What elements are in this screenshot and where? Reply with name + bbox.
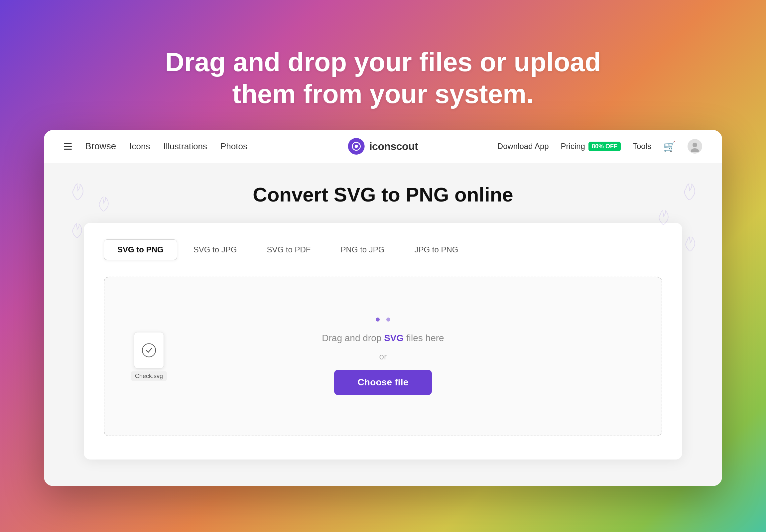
- or-separator: or: [379, 351, 387, 362]
- drag-drop-text: Drag and drop SVG files here: [322, 333, 444, 343]
- page-title: Convert SVG to PNG online: [64, 183, 702, 206]
- logo[interactable]: iconscout: [348, 138, 418, 155]
- browser-window: Browse Icons Illustrations Photos iconsc…: [44, 130, 722, 486]
- file-name: Check.svg: [131, 371, 167, 381]
- nav-right: Download App Pricing 80% OFF Tools 🛒: [497, 139, 702, 154]
- download-app-link[interactable]: Download App: [497, 142, 549, 151]
- file-icon: [134, 332, 164, 368]
- nav-left: Browse Icons Illustrations Photos: [64, 141, 247, 152]
- logo-text: iconscout: [369, 140, 418, 153]
- tab-svg-to-pdf[interactable]: SVG to PDF: [253, 239, 324, 260]
- file-thumbnail: Check.svg: [131, 332, 167, 381]
- svg-point-2: [693, 143, 697, 147]
- main-content: Convert SVG to PNG online SVG to PNG SVG…: [44, 163, 722, 486]
- illustrations-nav-link[interactable]: Illustrations: [164, 141, 207, 152]
- dot-1: [376, 318, 380, 322]
- hero-title: Drag and drop your files or upload them …: [165, 46, 601, 110]
- nav-links: Icons Illustrations Photos: [129, 141, 247, 152]
- svg-point-1: [355, 145, 358, 148]
- cart-icon[interactable]: 🛒: [663, 141, 676, 152]
- dot-2: [386, 318, 390, 322]
- flame-deco-6: [684, 236, 696, 253]
- pricing-section[interactable]: Pricing 80% OFF: [561, 142, 621, 151]
- converter-card: SVG to PNG SVG to JPG SVG to PDF PNG to …: [84, 223, 682, 460]
- avatar[interactable]: [688, 139, 702, 154]
- discount-badge: 80% OFF: [588, 142, 621, 151]
- loading-dots: [376, 318, 390, 322]
- pricing-link[interactable]: Pricing: [561, 142, 585, 151]
- tools-link[interactable]: Tools: [633, 142, 651, 151]
- browse-nav-item[interactable]: Browse: [85, 141, 116, 152]
- svg-point-4: [142, 343, 156, 357]
- tab-svg-to-png[interactable]: SVG to PNG: [104, 239, 177, 260]
- tab-svg-to-jpg[interactable]: SVG to JPG: [180, 239, 251, 260]
- icons-nav-link[interactable]: Icons: [129, 141, 150, 152]
- logo-icon: [348, 138, 365, 155]
- hamburger-menu-button[interactable]: [64, 143, 72, 150]
- tab-jpg-to-png[interactable]: JPG to PNG: [401, 239, 472, 260]
- svg-point-3: [691, 148, 699, 152]
- conversion-tabs: SVG to PNG SVG to JPG SVG to PDF PNG to …: [104, 239, 662, 260]
- tab-png-to-jpg[interactable]: PNG to JPG: [327, 239, 398, 260]
- flame-deco-3: [70, 223, 82, 240]
- dropzone[interactable]: Check.svg Drag and drop SVG files here o…: [104, 277, 662, 436]
- hero-section: Drag and drop your files or upload them …: [152, 46, 614, 110]
- navbar: Browse Icons Illustrations Photos iconsc…: [44, 130, 722, 163]
- photos-nav-link[interactable]: Photos: [220, 141, 247, 152]
- choose-file-button[interactable]: Choose file: [334, 370, 432, 395]
